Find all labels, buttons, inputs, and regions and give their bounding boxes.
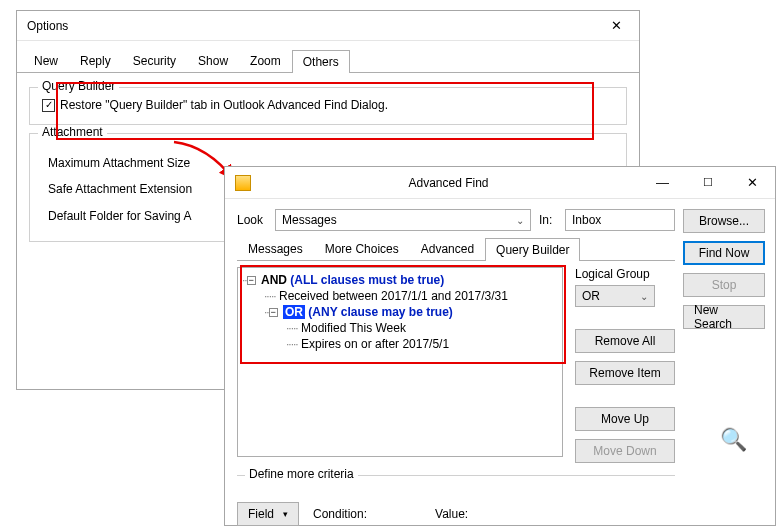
in-value: Inbox xyxy=(572,213,601,227)
define-legend: Define more criteria xyxy=(245,467,358,481)
restore-qb-checkbox-row[interactable]: ✓ Restore "Query Builder" tab in Outlook… xyxy=(42,98,614,112)
chevron-down-icon: ⌄ xyxy=(516,215,524,226)
logical-group-select[interactable]: OR ⌄ xyxy=(575,285,655,307)
close-icon[interactable]: ✕ xyxy=(594,11,639,41)
new-search-button[interactable]: New Search xyxy=(683,305,765,329)
chevron-down-icon: ⌄ xyxy=(640,291,648,302)
collapse-icon[interactable]: − xyxy=(269,308,278,317)
options-tabs: NewReplySecurityShowZoomOthers xyxy=(17,41,639,73)
dropdown-arrow-icon: ▾ xyxy=(283,509,288,519)
tree-side-controls: Logical Group OR ⌄ Remove All Remove Ite… xyxy=(575,267,675,463)
in-input[interactable]: Inbox xyxy=(565,209,675,231)
options-title: Options xyxy=(27,19,68,33)
advanced-find-window: Advanced Find — ☐ ✕ Look Messages ⌄ In: … xyxy=(224,166,776,526)
advfind-title: Advanced Find xyxy=(257,176,640,190)
close-icon[interactable]: ✕ xyxy=(730,168,775,198)
tree-item[interactable]: ∙∙∙∙∙ Modified This Week xyxy=(242,320,558,336)
tab-messages[interactable]: Messages xyxy=(237,237,314,260)
tab-security[interactable]: Security xyxy=(122,49,187,72)
attachment-legend: Attachment xyxy=(38,125,107,139)
define-criteria-row: Field ▾ Condition: Value: xyxy=(237,502,675,526)
tab-query-builder[interactable]: Query Builder xyxy=(485,238,580,261)
maximize-icon[interactable]: ☐ xyxy=(685,168,730,198)
options-titlebar: Options ✕ xyxy=(17,11,639,41)
remove-all-button[interactable]: Remove All xyxy=(575,329,675,353)
stop-button: Stop xyxy=(683,273,765,297)
minimize-icon[interactable]: — xyxy=(640,168,685,198)
in-label: In: xyxy=(539,213,557,227)
restore-qb-label: Restore "Query Builder" tab in Outlook A… xyxy=(60,98,388,112)
browse-button[interactable]: Browse... xyxy=(683,209,765,233)
tree-and-node[interactable]: ∙∙− AND (ALL clauses must be true) xyxy=(242,272,558,288)
condition-label: Condition: xyxy=(313,507,367,521)
move-down-button: Move Down xyxy=(575,439,675,463)
look-select[interactable]: Messages ⌄ xyxy=(275,209,531,231)
remove-item-button[interactable]: Remove Item xyxy=(575,361,675,385)
look-value: Messages xyxy=(282,213,337,227)
tab-advanced[interactable]: Advanced xyxy=(410,237,485,260)
query-builder-fieldset: Query Builder ✓ Restore "Query Builder" … xyxy=(29,87,627,125)
tree-item[interactable]: ∙∙∙∙∙ Expires on or after 2017/5/1 xyxy=(242,336,558,352)
criteria-tree[interactable]: ∙∙− AND (ALL clauses must be true) ∙∙∙∙∙… xyxy=(237,267,563,457)
look-in-row: Look Messages ⌄ In: Inbox xyxy=(237,209,675,231)
collapse-icon[interactable]: − xyxy=(247,276,256,285)
look-label: Look xyxy=(237,213,267,227)
magnifier-icon: 🔍 xyxy=(720,427,747,453)
tab-more-choices[interactable]: More Choices xyxy=(314,237,410,260)
advfind-tabs: MessagesMore ChoicesAdvancedQuery Builde… xyxy=(237,237,675,261)
right-button-column: Browse... Find Now Stop New Search xyxy=(683,209,765,329)
advfind-titlebar: Advanced Find — ☐ ✕ xyxy=(225,167,775,199)
tab-zoom[interactable]: Zoom xyxy=(239,49,292,72)
define-criteria-fieldset: Define more criteria xyxy=(237,475,675,492)
checkbox-icon: ✓ xyxy=(42,99,55,112)
tree-or-node[interactable]: ∙∙− OR (ANY clause may be true) xyxy=(242,304,558,320)
find-now-button[interactable]: Find Now xyxy=(683,241,765,265)
tree-item[interactable]: ∙∙∙∙∙ Received between 2017/1/1 and 2017… xyxy=(242,288,558,304)
tab-others[interactable]: Others xyxy=(292,50,350,73)
move-up-button[interactable]: Move Up xyxy=(575,407,675,431)
query-builder-legend: Query Builder xyxy=(38,79,119,93)
field-button[interactable]: Field ▾ xyxy=(237,502,299,526)
tab-show[interactable]: Show xyxy=(187,49,239,72)
tab-reply[interactable]: Reply xyxy=(69,49,122,72)
app-icon xyxy=(235,175,251,191)
tab-new[interactable]: New xyxy=(23,49,69,72)
logical-group-label: Logical Group xyxy=(575,267,675,281)
query-builder-panel: ∙∙− AND (ALL clauses must be true) ∙∙∙∙∙… xyxy=(237,267,675,463)
value-label: Value: xyxy=(435,507,468,521)
